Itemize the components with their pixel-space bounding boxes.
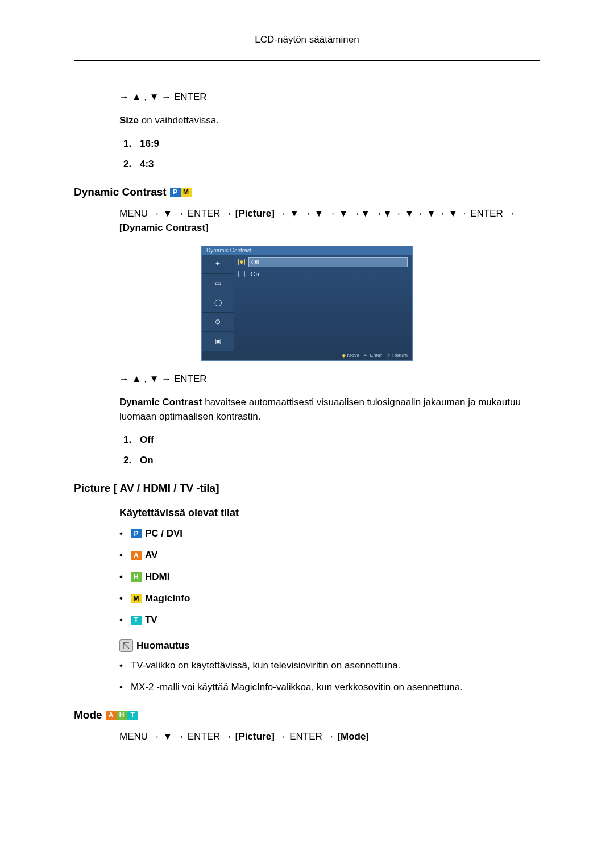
osd-option-on-label: On <box>248 269 408 279</box>
osd-title: Dynamic Contrast <box>202 246 412 255</box>
mode-hdmi-label: HDMI <box>145 571 169 583</box>
osd-option-off: Off <box>238 257 408 267</box>
dc-path-mid: → ▼ → ▼ → ▼ →▼ →▼→ ▼→ ▼→ ▼→ ENTER → <box>275 208 516 219</box>
dc-option-on: On <box>134 455 540 466</box>
osd-icon-5: ▣ <box>202 332 234 351</box>
osd-icon-4: ⊙ <box>202 313 234 332</box>
note-2: MX-2 -malli voi käyttää MagicInfo-valikk… <box>119 682 540 693</box>
size-options: 16:9 4:3 <box>119 138 540 170</box>
size-option-2: 4:3 <box>134 159 540 170</box>
badge-p-icon: P <box>170 188 181 197</box>
dc-path-picture: [Picture] <box>235 208 275 219</box>
mode-tv-label: TV <box>145 614 157 626</box>
bottom-rule <box>74 759 540 759</box>
note-list: TV-valikko on käytettävissä, kun televis… <box>119 660 540 693</box>
mode-heading: Mode A H T <box>74 709 540 721</box>
mode-menu-path: MENU → ▼ → ENTER → [Picture] → ENTER → [… <box>119 729 540 744</box>
dc-option-off: Off <box>134 434 540 446</box>
note-1-text: TV-valikko on käytettävissä, kun televis… <box>131 660 400 671</box>
dc-path-prefix: MENU → ▼ → ENTER → <box>119 208 235 219</box>
osd-footer-enter: Enter <box>370 352 382 358</box>
size-desc: Size on vaihdettavissa. <box>119 113 540 128</box>
badge-h-icon: H <box>131 572 142 582</box>
dc-path-option: [Dynamic Contrast] <box>119 222 209 233</box>
mode-tv: T TV <box>119 614 540 626</box>
picture-modes-heading-text: Picture [ AV / HDMI / TV -tila] <box>74 482 219 495</box>
page-header: LCD-näytön säätäminen <box>74 34 540 45</box>
dc-desc: Dynamic Contrast havaitsee automaattises… <box>119 395 540 424</box>
osd-radio-selected-icon <box>238 259 245 265</box>
top-rule <box>74 60 540 61</box>
size-desc-rest: on vaihdettavissa. <box>139 115 219 126</box>
osd-option-off-label: Off <box>248 257 408 267</box>
picture-modes-sub: Käytettävissä olevat tilat <box>119 507 540 519</box>
mode-hdmi: H HDMI <box>119 571 540 583</box>
osd-icon-1: ✦ <box>202 255 234 274</box>
dc-options: Off On <box>119 434 540 466</box>
dynamic-contrast-heading: Dynamic Contrast P M <box>74 186 540 198</box>
badge-a-icon: A <box>131 551 142 560</box>
osd-footer: ◆ Move ↵ Enter ↺ Return <box>202 351 412 360</box>
mode-magicinfo: M MagicInfo <box>119 593 540 604</box>
dc-desc-bold: Dynamic Contrast <box>119 397 202 408</box>
mode-list: P PC / DVI A AV H HDMI M MagicInfo T TV <box>119 528 540 626</box>
note-2-text: MX-2 -malli voi käyttää MagicInfo-valikk… <box>131 682 463 693</box>
osd-icon-2: ▭ <box>202 274 234 293</box>
note-icon <box>119 639 133 652</box>
note-heading: Huomautus <box>119 639 540 652</box>
badge-h-icon: H <box>117 711 127 720</box>
osd-icon-column: ✦ ▭ ◯ ⊙ ▣ <box>202 255 234 351</box>
osd-footer-return: Return <box>392 352 408 358</box>
mode-av-label: AV <box>145 550 157 561</box>
osd-icon-3: ◯ <box>202 293 234 313</box>
dynamic-contrast-menu-path: MENU → ▼ → ENTER → [Picture] → ▼ → ▼ → ▼… <box>119 206 540 235</box>
picture-modes-heading: Picture [ AV / HDMI / TV -tila] <box>74 482 540 495</box>
note-1: TV-valikko on käytettävissä, kun televis… <box>119 660 540 671</box>
badge-p-icon: P <box>131 529 142 538</box>
size-nav: → ▲ , ▼ → ENTER <box>119 92 540 103</box>
note-label: Huomautus <box>136 640 190 651</box>
dynamic-contrast-heading-text: Dynamic Contrast <box>74 186 167 198</box>
mode-heading-text: Mode <box>74 709 102 721</box>
mode-pc-dvi: P PC / DVI <box>119 528 540 539</box>
size-option-1: 16:9 <box>134 138 540 149</box>
osd-footer-move: Move <box>347 352 359 358</box>
badge-a-icon: A <box>106 711 117 720</box>
mode-pc-dvi-label: PC / DVI <box>145 528 182 539</box>
badge-m-icon: M <box>131 594 142 603</box>
osd-radio-icon <box>238 271 245 277</box>
badge-t-icon: T <box>127 711 138 720</box>
mode-magicinfo-label: MagicInfo <box>145 593 190 604</box>
osd-option-on: On <box>238 269 408 279</box>
badge-m-icon: M <box>181 188 192 197</box>
osd-dynamic-contrast: Dynamic Contrast ✦ ▭ ◯ ⊙ ▣ Off On <box>201 246 413 361</box>
size-desc-bold: Size <box>119 115 139 126</box>
dc-nav2: → ▲ , ▼ → ENTER <box>119 373 540 385</box>
badge-t-icon: T <box>131 616 142 625</box>
mode-av: A AV <box>119 550 540 561</box>
